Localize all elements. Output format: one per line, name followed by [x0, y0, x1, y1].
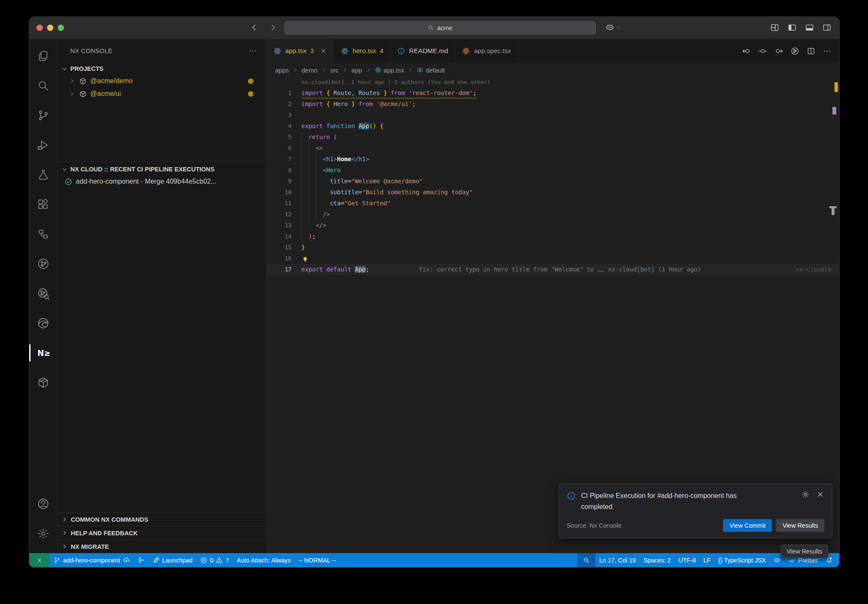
status-cursor-position[interactable]: Ln 17, Col 19: [595, 553, 640, 567]
line-content[interactable]: );: [299, 231, 839, 242]
status-encoding[interactable]: UTF-8: [675, 553, 700, 567]
code-line-7[interactable]: 7<h1>Home</h1>: [267, 154, 839, 165]
line-content[interactable]: [299, 109, 839, 120]
code-line-10[interactable]: 10subtitle="Build something amazing toda…: [267, 187, 839, 198]
commit-graph-icon[interactable]: [790, 47, 799, 56]
forward-arrow-icon[interactable]: [268, 23, 278, 32]
code-line-12[interactable]: 12/>: [267, 209, 839, 220]
status-remote[interactable]: [29, 553, 50, 567]
toggle-secondary-sidebar-icon[interactable]: [822, 23, 832, 32]
code-line-1[interactable]: 1import { Route, Routes } from 'react-ro…: [267, 87, 839, 98]
code-line-8[interactable]: 8<Hero: [267, 165, 839, 176]
code-line-17[interactable]: 17export default App;fix: correct typo i…: [267, 264, 839, 275]
line-content[interactable]: <h1>Home</h1>: [299, 154, 839, 165]
activity-item-run-debug[interactable]: [33, 135, 53, 155]
code-line-4[interactable]: 4export function App() {: [267, 120, 839, 131]
activity-item-explorer[interactable]: [33, 46, 53, 66]
more-actions-icon[interactable]: [248, 47, 257, 55]
breadcrumb-item-src[interactable]: src: [330, 67, 339, 74]
activity-item-nx-console[interactable]: N≥: [33, 343, 53, 363]
activity-item-search[interactable]: [33, 76, 53, 96]
line-content[interactable]: import { Hero } from '@acme/ui';: [299, 98, 839, 109]
toggle-primary-sidebar-icon[interactable]: [787, 23, 797, 32]
activity-item-source-control[interactable]: [33, 105, 53, 126]
code-line-14[interactable]: 14);: [267, 231, 839, 242]
pipeline-execution-item[interactable]: add-hero-component - Merge 409b44e5cb02.…: [58, 175, 266, 188]
gear-icon[interactable]: [801, 490, 810, 498]
activity-item-testing[interactable]: [33, 165, 53, 185]
line-content[interactable]: export function App() {: [299, 120, 839, 131]
status-launchpad[interactable]: Launchpad: [149, 553, 197, 567]
activity-item-edge-tools[interactable]: [33, 313, 53, 333]
status-commit-graph[interactable]: [134, 553, 149, 567]
breadcrumb-item-demo[interactable]: demo: [302, 67, 318, 74]
activity-item-gitlens-inspect[interactable]: [33, 283, 53, 304]
status-zoom[interactable]: [577, 553, 595, 567]
breadcrumb-item-app[interactable]: app: [351, 67, 362, 74]
copilot-menu[interactable]: [605, 22, 621, 32]
line-content[interactable]: <>: [299, 143, 839, 154]
status-language[interactable]: {} TypeScript JSX: [715, 553, 770, 567]
code-line-11[interactable]: 11cta="Get Started": [267, 198, 839, 209]
line-content[interactable]: cta="Get Started": [299, 198, 839, 209]
tab-app.spec.tsx[interactable]: app.spec.tsx: [455, 39, 518, 63]
line-content[interactable]: </>: [299, 220, 839, 231]
view-results-button[interactable]: View Results: [776, 519, 824, 532]
current-change-icon[interactable]: [758, 47, 767, 56]
code-line-9[interactable]: 9title="Welcome @acme/demo": [267, 176, 839, 187]
more-icon[interactable]: [823, 47, 832, 56]
line-content[interactable]: title="Welcome @acme/demo": [299, 176, 839, 187]
breadcrumb-item-default[interactable]: default: [417, 67, 445, 74]
maximize-window-button[interactable]: [58, 25, 64, 31]
close-icon[interactable]: [816, 490, 824, 498]
line-content[interactable]: <Hero: [299, 165, 839, 176]
line-content[interactable]: import { Route, Routes } from 'react-rou…: [299, 87, 839, 98]
nx-cloud-section-header[interactable]: NX CLOUD :: RECENT CI PIPELINE EXECUTION…: [58, 163, 266, 175]
activity-item-hierarchy[interactable]: [33, 224, 53, 244]
projects-section-header[interactable]: PROJECTS: [58, 63, 266, 75]
tab-app.tsx[interactable]: app.tsx3: [267, 39, 334, 63]
breadcrumb-item-apps[interactable]: apps: [275, 67, 289, 74]
sidebar-section-help-and-feedback[interactable]: HELP AND FEEDBACK: [58, 526, 266, 540]
minimize-window-button[interactable]: [47, 25, 53, 31]
split-editor-icon[interactable]: [807, 47, 815, 56]
line-content[interactable]: [299, 253, 839, 264]
activity-item-settings[interactable]: [33, 523, 53, 544]
activity-item-accounts[interactable]: [33, 494, 53, 514]
line-content[interactable]: }: [299, 242, 839, 253]
sidebar-section-common-nx-commands[interactable]: COMMON NX COMMANDS: [58, 512, 266, 526]
command-center-search[interactable]: acme: [284, 21, 596, 34]
breadcrumb-item-app.tsx[interactable]: app.tsx: [375, 67, 404, 74]
toggle-panel-icon[interactable]: [805, 23, 814, 32]
status-eol[interactable]: LF: [700, 553, 715, 567]
project-item[interactable]: @acme/demo: [58, 75, 266, 87]
activity-item-containers[interactable]: [33, 372, 53, 393]
prev-change-icon[interactable]: [742, 47, 751, 56]
code-line-13[interactable]: 13</>: [267, 220, 839, 231]
customize-layout-icon[interactable]: [770, 23, 779, 32]
line-content[interactable]: return (: [299, 131, 839, 143]
status-branch[interactable]: add-hero-component: [50, 553, 134, 567]
close-window-button[interactable]: [36, 25, 43, 31]
code-editor[interactable]: nx-cloud[bot], 1 hour ago | 2 authors (Y…: [267, 77, 839, 553]
project-item[interactable]: @acme/ui: [58, 87, 266, 100]
code-line-15[interactable]: 15}: [267, 242, 839, 253]
status-problems[interactable]: 07: [196, 553, 233, 567]
status-vim-mode[interactable]: -- NORMAL --: [295, 553, 340, 567]
back-arrow-icon[interactable]: [250, 23, 259, 32]
sidebar-section-nx-migrate[interactable]: NX MIGRATE: [58, 540, 266, 553]
code-line-6[interactable]: 6<>: [267, 143, 839, 154]
tab-hero.tsx[interactable]: hero.tsx4: [334, 39, 390, 63]
next-change-icon[interactable]: [774, 47, 783, 56]
view-commit-button[interactable]: View Commit: [723, 519, 772, 532]
status-indentation[interactable]: Spaces: 2: [640, 553, 675, 567]
line-content[interactable]: subtitle="Build something amazing today": [299, 187, 839, 198]
close-icon[interactable]: [320, 48, 327, 54]
code-line-3[interactable]: 3: [267, 109, 839, 120]
code-line-2[interactable]: 2import { Hero } from '@acme/ui';: [267, 98, 839, 109]
status-auto-attach[interactable]: Auto Attach: Always: [233, 553, 295, 567]
activity-item-extensions[interactable]: [33, 194, 53, 215]
line-content[interactable]: />: [299, 209, 839, 220]
line-content[interactable]: export default App;fix: correct typo in …: [299, 264, 839, 275]
code-line-16[interactable]: 16: [267, 253, 839, 264]
